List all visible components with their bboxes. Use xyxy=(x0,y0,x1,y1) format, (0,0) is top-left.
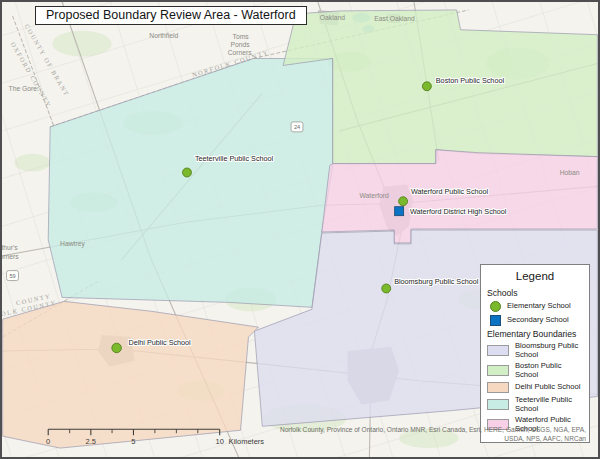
town-label: Hawtrey xyxy=(60,240,85,248)
legend-item-label: Elementary School xyxy=(507,302,571,311)
school-label: Bloomsburg Public School xyxy=(394,277,479,286)
scale-unit-label: Kilometers xyxy=(229,437,265,446)
bloomsburg-swatch xyxy=(487,345,509,356)
town-label: Oakland xyxy=(320,14,345,21)
legend-item-secondary-school: Secondary School xyxy=(487,315,583,326)
school-marker-waterford-high[interactable] xyxy=(395,207,404,216)
school-label: Boston Public School xyxy=(436,76,505,85)
legend-item-label: Boston Public School xyxy=(515,362,583,379)
legend-item-bloomsburg: Bloomsburg Public School xyxy=(487,342,583,359)
scale-label: 5 xyxy=(131,437,135,446)
town-label: Hoban xyxy=(560,169,580,176)
town-label: Ponds xyxy=(231,41,251,48)
legend-item-label: Secondary School xyxy=(507,316,569,325)
svg-text:24: 24 xyxy=(294,124,300,130)
legend-item-label: Bloomsburg Public School xyxy=(515,342,583,359)
legend-item-teeterville: Teeterville Public School xyxy=(487,396,583,413)
legend-item-delhi: Delhi Public School xyxy=(487,382,583,393)
town-label: Corners xyxy=(228,49,253,56)
town-label: The Gore xyxy=(9,85,38,92)
map-document: NORFOLK COUNTY COUNTY OF BRANT OXFORD CO… xyxy=(0,0,600,459)
legend-item-label: Teeterville Public School xyxy=(515,396,583,413)
school-marker-waterford-elementary[interactable] xyxy=(399,197,408,206)
scale-label: 0 xyxy=(46,437,50,446)
delhi-swatch xyxy=(487,382,509,393)
school-marker-teeterville[interactable] xyxy=(183,168,192,177)
school-label: Delhi Public School xyxy=(129,338,192,347)
map-title: Proposed Boundary Review Area - Waterfor… xyxy=(35,6,307,25)
elementary-school-icon xyxy=(490,301,501,312)
attribution-line: Norfolk County, Province of Ontario, Ont… xyxy=(280,425,586,434)
school-marker-bloomsburg[interactable] xyxy=(382,284,391,293)
town-label: Corners xyxy=(2,253,19,260)
svg-text:59: 59 xyxy=(9,273,15,279)
region-delhi xyxy=(3,301,259,448)
town-label: Arthur's xyxy=(2,244,18,251)
scale-label: 2.5 xyxy=(86,437,96,446)
legend-boundaries-heading: Elementary Boundaries xyxy=(487,329,583,339)
road-shield: 24 xyxy=(291,122,303,132)
teeterville-swatch xyxy=(487,399,509,410)
school-label: Waterford District High School xyxy=(410,207,507,216)
legend-item-boston: Boston Public School xyxy=(487,362,583,379)
town-label: Toms xyxy=(233,33,250,40)
attribution-line: USDA, NPS, AAFC, NRCan xyxy=(280,434,586,443)
legend: Legend Schools Elementary School Seconda… xyxy=(480,264,590,443)
map-attribution: Norfolk County, Province of Ontario, Ont… xyxy=(280,425,586,443)
school-marker-delhi[interactable] xyxy=(112,343,122,353)
secondary-school-icon xyxy=(490,315,501,326)
school-label: Teeterville Public School xyxy=(195,154,274,163)
legend-item-elementary-school: Elementary School xyxy=(487,301,583,312)
town-label: East Oakland xyxy=(374,15,415,22)
road-shield: 59 xyxy=(7,271,19,281)
town-label: Northfield xyxy=(149,32,178,39)
school-marker-boston[interactable] xyxy=(422,82,431,91)
town-label: Waterford xyxy=(359,192,389,199)
boston-swatch xyxy=(487,365,509,376)
school-label: Waterford Public School xyxy=(411,187,489,196)
scale-label: 10 xyxy=(216,437,224,446)
legend-item-label: Delhi Public School xyxy=(515,383,580,392)
legend-schools-heading: Schools xyxy=(487,288,583,298)
legend-title: Legend xyxy=(487,270,583,282)
